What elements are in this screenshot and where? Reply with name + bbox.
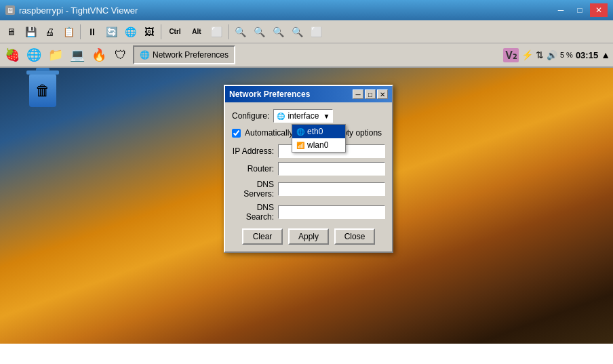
window-title: raspberrypi - TightVNC Viewer — [19, 5, 138, 16]
toolbar-sep-1 — [80, 24, 81, 39]
taskbar-network-prefs-tab[interactable]: 🌐 Network Preferences — [133, 45, 235, 64]
desktop: 🗑 Network Preferences ─ □ ✕ Configure: 🌐… — [0, 68, 613, 344]
toolbar-image[interactable]: 🖼 — [140, 23, 158, 41]
dialog-close-button[interactable]: ✕ — [377, 89, 388, 99]
button-row: Clear Apply Close — [232, 228, 385, 245]
dns-servers-row: DNS Servers: — [232, 180, 385, 199]
title-bar-controls: ─ □ ✕ — [552, 3, 608, 17]
dialog-close-action-button[interactable]: Close — [334, 228, 375, 245]
toolbar-alt[interactable]: Alt — [187, 23, 206, 41]
taskbar-tab-label: Network Preferences — [153, 50, 229, 60]
toolbar-sep-2 — [161, 24, 161, 39]
toolbar-pause[interactable]: ⏸ — [83, 23, 101, 41]
toolbar: 🖥 💾 🖨 📋 ⏸ 🔄 🌐 🖼 Ctrl Alt ⬜ 🔍 🔍 🔍 🔍 ⬜ — [0, 20, 613, 43]
dns-search-label: DNS Search: — [232, 203, 278, 222]
dns-search-input[interactable] — [278, 205, 385, 219]
taskbar-shield[interactable]: 🛡 — [111, 45, 130, 64]
apply-button[interactable]: Apply — [288, 228, 329, 245]
dropdown-item-eth0[interactable]: 🌐 eth0 — [292, 125, 345, 138]
dropdown-arrow-icon: ▼ — [323, 113, 330, 120]
auto-configure-checkbox[interactable] — [232, 129, 241, 138]
title-bar-left: 🖥 raspberrypi - TightVNC Viewer — [5, 5, 138, 16]
wlan0-label: wlan0 — [307, 140, 328, 150]
trash-icon-desktop[interactable]: 🗑 — [26, 75, 60, 107]
toolbar-print[interactable]: 🖨 — [41, 23, 58, 41]
router-label: Router: — [232, 164, 278, 174]
toolbar-new[interactable]: 🖥 — [3, 23, 20, 41]
toolbar-ctrl[interactable]: Ctrl — [164, 23, 186, 41]
wlan0-icon: 📶 — [296, 142, 304, 149]
network-arrows-icon[interactable]: ⇅ — [536, 49, 544, 60]
bluetooth-icon[interactable]: ⚡ — [521, 49, 533, 60]
toolbar-zoom-in[interactable]: 🔍 — [231, 23, 249, 41]
toolbar-fullscreen[interactable]: ⬜ — [307, 23, 325, 41]
taskbar: 🍓 🌐 📁 💻 🔥 🛡 🌐 Network Preferences V₂ ⚡ ⇅… — [0, 43, 613, 68]
trash-can-icon: 🗑 — [29, 75, 56, 107]
toolbar-network[interactable]: 🌐 — [121, 23, 139, 41]
taskbar-tab-icon: 🌐 — [140, 50, 150, 60]
toolbar-sep-3 — [228, 24, 229, 39]
taskbar-fire[interactable]: 🔥 — [90, 45, 108, 64]
dns-servers-input[interactable] — [278, 182, 385, 196]
vnc-icon[interactable]: V₂ — [503, 48, 519, 62]
toolbar-zoom-fit[interactable]: 🔍 — [269, 23, 287, 41]
minimize-button[interactable]: ─ — [552, 3, 570, 17]
router-input[interactable] — [278, 162, 385, 176]
battery-percent: 5 % — [560, 51, 573, 59]
close-button[interactable]: ✕ — [590, 3, 608, 17]
dialog-minimize-button[interactable]: ─ — [353, 89, 363, 99]
interface-dropdown-popup: 🌐 eth0 📶 wlan0 — [292, 124, 346, 153]
taskbar-right: V₂ ⚡ ⇅ 🔊 5 % 03:15 ▲ — [503, 48, 610, 62]
router-row: Router: — [232, 162, 385, 176]
dialog-maximize-button[interactable]: □ — [365, 89, 376, 99]
clear-button[interactable]: Clear — [242, 228, 283, 245]
dialog-title-controls: ─ □ ✕ — [353, 89, 388, 99]
toolbar-clipboard[interactable]: 📋 — [60, 23, 77, 41]
interface-dropdown[interactable]: 🌐 interface ▼ — [273, 109, 333, 123]
dialog-title-label: Network Preferences — [229, 89, 310, 99]
dialog-title-bar: Network Preferences ─ □ ✕ — [225, 86, 392, 102]
system-tray: V₂ ⚡ ⇅ 🔊 5 % 03:15 ▲ — [503, 48, 610, 62]
dropdown-item-wlan0[interactable]: 📶 wlan0 — [292, 138, 345, 152]
title-bar: 🖥 raspberrypi - TightVNC Viewer ─ □ ✕ — [0, 0, 613, 20]
configure-label: Configure: — [232, 111, 269, 121]
interface-value: interface — [288, 111, 319, 121]
ip-address-label: IP Address: — [232, 146, 278, 156]
toolbar-blank[interactable]: ⬜ — [207, 23, 225, 41]
dns-servers-label: DNS Servers: — [232, 180, 278, 199]
volume-icon[interactable]: 🔊 — [547, 50, 557, 60]
taskbar-browser[interactable]: 🌐 — [24, 45, 43, 64]
interface-icon: 🌐 — [277, 113, 285, 120]
taskbar-terminal[interactable]: 💻 — [68, 45, 87, 64]
app-icon: 🖥 — [5, 5, 15, 15]
dns-search-row: DNS Search: — [232, 203, 385, 222]
taskbar-files[interactable]: 📁 — [46, 45, 65, 64]
configure-row: Configure: 🌐 interface ▼ 🌐 eth0 📶 wlan0 — [232, 109, 385, 123]
toolbar-zoom-reset[interactable]: 🔍 — [288, 23, 306, 41]
dialog-content: Configure: 🌐 interface ▼ 🌐 eth0 📶 wlan0 — [225, 102, 392, 251]
maximize-button[interactable]: □ — [571, 3, 589, 17]
network-preferences-dialog: Network Preferences ─ □ ✕ Configure: 🌐 i… — [224, 85, 393, 253]
arrow-up-icon[interactable]: ▲ — [601, 49, 610, 60]
eth0-icon: 🌐 — [296, 128, 304, 136]
toolbar-zoom-out[interactable]: 🔍 — [250, 23, 268, 41]
taskbar-raspberry[interactable]: 🍓 — [3, 45, 22, 64]
clock: 03:15 — [576, 50, 598, 60]
toolbar-refresh[interactable]: 🔄 — [102, 23, 120, 41]
toolbar-save[interactable]: 💾 — [22, 23, 39, 41]
eth0-label: eth0 — [307, 127, 323, 136]
